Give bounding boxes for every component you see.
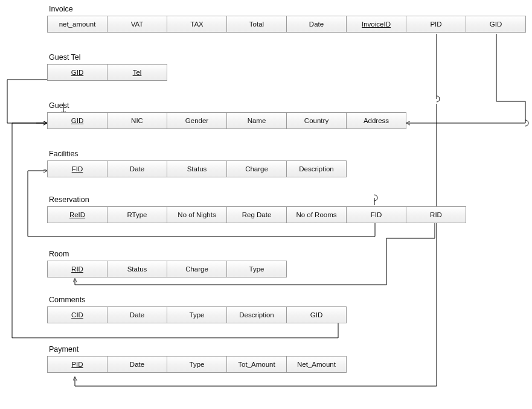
col-rid: RID: [47, 261, 107, 277]
col-reid: ReID: [47, 206, 107, 223]
table-title: Reservation: [49, 195, 466, 204]
table-title: Room: [49, 250, 287, 258]
col-date: Date: [107, 306, 167, 323]
table-title: Guest: [49, 101, 406, 110]
table-payment: Payment PID Date Type Tot_Amount Net_Amo…: [47, 345, 347, 373]
col-tax: TAX: [167, 16, 227, 33]
col-tot-amount: Tot_Amount: [226, 356, 287, 373]
col-status: Status: [107, 261, 167, 277]
col-description: Description: [286, 160, 347, 177]
col-gender: Gender: [167, 112, 227, 129]
col-net-amount: net_amount: [47, 16, 107, 33]
table-guest-tel: Guest Tel GID Tel: [47, 53, 167, 81]
col-rtype: RType: [107, 206, 167, 223]
schema-diagram: Invoice net_amount VAT TAX Total Date In…: [0, 0, 532, 409]
col-gid: GID: [47, 64, 107, 81]
col-gid: GID: [47, 112, 107, 129]
col-pid: PID: [406, 16, 466, 33]
col-type: Type: [167, 306, 227, 323]
table-guest: Guest GID NIC Gender Name Country Addres…: [47, 101, 406, 129]
col-date: Date: [107, 160, 167, 177]
col-vat: VAT: [107, 16, 167, 33]
col-type: Type: [226, 261, 287, 277]
col-date: Date: [107, 356, 167, 373]
col-net-amount: Net_Amount: [286, 356, 347, 373]
col-fid: FID: [346, 206, 406, 223]
table-row: GID Tel: [47, 64, 167, 81]
table-title: Invoice: [49, 5, 526, 13]
col-pid: PID: [47, 356, 107, 373]
table-facilities: Facilities FID Date Status Charge Descri…: [47, 150, 347, 177]
col-rid: RID: [406, 206, 466, 223]
table-comments: Comments CID Date Type Description GID: [47, 296, 347, 323]
col-gid: GID: [466, 16, 526, 33]
col-charge: Charge: [226, 160, 287, 177]
table-title: Guest Tel: [49, 53, 167, 62]
col-invoiceid: InvoiceID: [346, 16, 406, 33]
col-nic: NIC: [107, 112, 167, 129]
col-nights: No of Nights: [167, 206, 227, 223]
col-rooms: No of Rooms: [286, 206, 347, 223]
table-row: CID Date Type Description GID: [47, 306, 347, 323]
table-reservation: Reservation ReID RType No of Nights Reg …: [47, 195, 466, 223]
col-tel: Tel: [107, 64, 167, 81]
col-charge: Charge: [167, 261, 227, 277]
col-name: Name: [226, 112, 287, 129]
col-gid: GID: [286, 306, 347, 323]
table-title: Payment: [49, 345, 347, 354]
col-address: Address: [346, 112, 406, 129]
table-title: Facilities: [49, 150, 347, 158]
col-type: Type: [167, 356, 227, 373]
table-row: GID NIC Gender Name Country Address: [47, 112, 406, 129]
col-total: Total: [226, 16, 287, 33]
col-status: Status: [167, 160, 227, 177]
col-fid: FID: [47, 160, 107, 177]
col-regdate: Reg Date: [226, 206, 287, 223]
col-description: Description: [226, 306, 287, 323]
table-row: ReID RType No of Nights Reg Date No of R…: [47, 206, 466, 223]
table-invoice: Invoice net_amount VAT TAX Total Date In…: [47, 5, 526, 33]
table-row: FID Date Status Charge Description: [47, 160, 347, 177]
col-cid: CID: [47, 306, 107, 323]
table-row: PID Date Type Tot_Amount Net_Amount: [47, 356, 347, 373]
col-country: Country: [286, 112, 347, 129]
table-row: RID Status Charge Type: [47, 261, 287, 277]
table-room: Room RID Status Charge Type: [47, 250, 287, 277]
table-row: net_amount VAT TAX Total Date InvoiceID …: [47, 16, 526, 33]
table-title: Comments: [49, 296, 347, 304]
col-date: Date: [286, 16, 347, 33]
